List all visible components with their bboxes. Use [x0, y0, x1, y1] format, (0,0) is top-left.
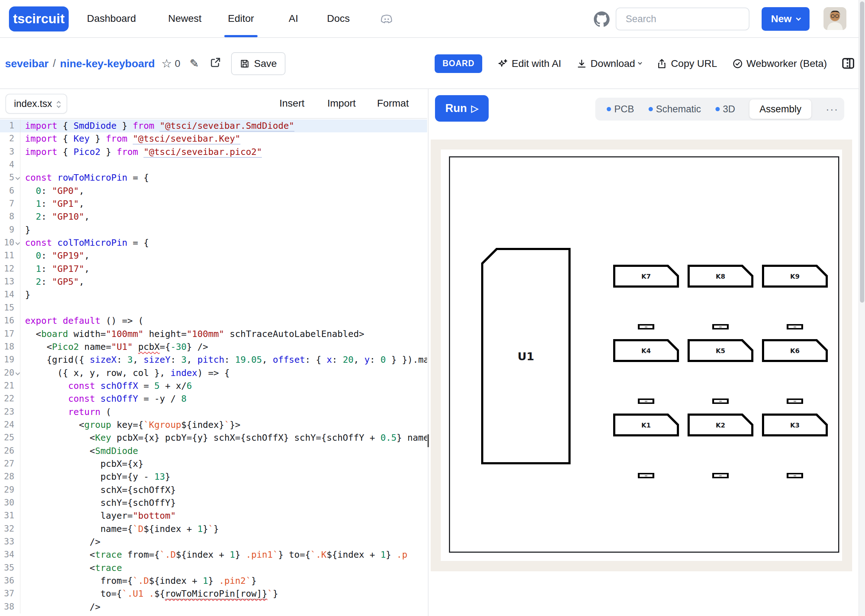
code-line[interactable]: 6 0: "GP0", — [0, 185, 427, 198]
webworker-toggle[interactable]: Webworker (Beta) — [732, 58, 827, 69]
user-avatar[interactable] — [824, 7, 846, 30]
code-line[interactable]: 10const colToMicroPin = { — [0, 236, 427, 249]
code-line[interactable]: 25 <Key pcbX={x} pcbY={y} schX={schOffX}… — [0, 431, 427, 444]
panel-resize-handle[interactable] — [427, 434, 429, 447]
search-input[interactable]: Search — [615, 8, 749, 30]
code-line[interactable]: 17 <board width="100mm" height="100mm" s… — [0, 328, 427, 341]
code-line[interactable]: 36 from={`.D${index + 1} .pin2`} — [0, 575, 427, 588]
code-line[interactable]: 14} — [0, 288, 427, 301]
diode[interactable] — [787, 473, 803, 478]
code-line[interactable]: 23 return ( — [0, 405, 427, 418]
code-line[interactable]: 30 schY={schOffY} — [0, 497, 427, 509]
edit-with-ai-button[interactable]: Edit with AI — [497, 58, 561, 69]
code-line[interactable]: 15 — [0, 302, 427, 314]
code-line[interactable]: 1import { SmdDiode } from "@tsci/seveiba… — [0, 119, 427, 132]
code-line[interactable]: 27 pcbX={x} — [0, 457, 427, 470]
code-line[interactable]: 5const rowToMicroPin = { — [0, 171, 427, 184]
github-icon[interactable] — [594, 11, 609, 27]
code-line[interactable]: 4 — [0, 159, 427, 171]
code-line[interactable]: 20 ({ x, y, row, col }, index) => { — [0, 367, 427, 380]
key-k5[interactable]: K5 — [688, 339, 754, 362]
code-line[interactable]: 2import { Key } from "@tsci/seveibar.Key… — [0, 132, 427, 145]
scrollbar-thumb[interactable] — [860, 2, 864, 303]
board-badge[interactable]: BOARD — [435, 54, 482, 73]
diode[interactable] — [787, 399, 803, 404]
key-k7[interactable]: K7 — [613, 265, 679, 288]
key-k4[interactable]: K4 — [613, 339, 679, 362]
diode[interactable] — [712, 473, 729, 478]
copy-url-button[interactable]: Copy URL — [656, 58, 717, 69]
fold-chevron-icon[interactable] — [16, 371, 20, 375]
editor-menu-import[interactable]: Import — [327, 97, 356, 109]
key-k2[interactable]: K2 — [688, 413, 754, 437]
run-button[interactable]: Run ▷ — [435, 95, 489, 122]
key-k6[interactable]: K6 — [762, 339, 828, 362]
discord-icon[interactable] — [379, 11, 394, 27]
editor-menu-insert[interactable]: Insert — [279, 97, 305, 109]
code-line[interactable]: 12 1: "GP17", — [0, 262, 427, 275]
key-k3[interactable]: K3 — [762, 413, 828, 437]
code-line[interactable]: 24 <group key={`Kgroup${index}`}> — [0, 418, 427, 431]
tab-3d[interactable]: 3D — [716, 104, 736, 115]
code-line[interactable]: 18 <Pico2 name="U1" pcbX={-30} /> — [0, 341, 427, 354]
key-k9[interactable]: K9 — [762, 265, 828, 288]
code-editing-area[interactable]: 1import { SmdDiode } from "@tsci/seveiba… — [0, 119, 427, 616]
tab-schematic[interactable]: Schematic — [648, 104, 701, 115]
assembly-canvas[interactable]: U1 K7K8K9K4K5K6K1K2K3 — [431, 140, 852, 571]
key-k8[interactable]: K8 — [688, 265, 754, 288]
diode[interactable] — [712, 324, 729, 330]
editor-menu-format[interactable]: Format — [377, 97, 409, 109]
code-line[interactable]: 8 2: "GP10", — [0, 211, 427, 223]
fold-chevron-icon[interactable] — [16, 240, 20, 245]
breadcrumb-project[interactable]: nine-key-keyboard — [60, 58, 155, 70]
tscircuit-logo[interactable]: tscircuit — [9, 6, 69, 31]
code-line[interactable]: 32 name={`D${index + 1}`} — [0, 523, 427, 536]
diode[interactable] — [787, 324, 803, 330]
file-selector[interactable]: index.tsx — [5, 94, 67, 114]
star-icon[interactable]: ☆ — [161, 57, 172, 71]
tab-pcb[interactable]: PCB — [607, 104, 634, 115]
breadcrumb-owner[interactable]: seveibar — [5, 58, 49, 70]
nav-item-ai[interactable]: AI — [289, 13, 298, 24]
code-line[interactable]: 28 pcbY={y - 13} — [0, 470, 427, 483]
save-button[interactable]: Save — [231, 52, 286, 75]
panel-layout-button[interactable] — [841, 56, 856, 72]
code-line[interactable]: 7 1: "GP1", — [0, 198, 427, 211]
open-external-icon[interactable] — [209, 57, 221, 71]
code-line[interactable]: 37 to={`.U1 .${rowToMicroPin[row]}`} — [0, 588, 427, 600]
code-line[interactable]: 29 schX={schOffX} — [0, 484, 427, 497]
code-line[interactable]: 16export default () => ( — [0, 314, 427, 327]
code-line[interactable]: 35 <trace — [0, 562, 427, 575]
code-line[interactable]: 31 layer="bottom" — [0, 509, 427, 522]
diode[interactable] — [638, 399, 654, 404]
code-line[interactable]: 11 0: "GP19", — [0, 249, 427, 262]
download-icon — [576, 58, 587, 69]
nav-item-dashboard[interactable]: Dashboard — [87, 13, 136, 24]
code-line[interactable]: 3import { Pico2 } from "@tsci/seveibar.p… — [0, 146, 427, 159]
fold-chevron-icon[interactable] — [16, 176, 20, 180]
code-line[interactable]: 34 <trace from={`.D${index + 1} .pin1`} … — [0, 548, 427, 561]
nav-item-docs[interactable]: Docs — [327, 13, 350, 24]
diode[interactable] — [638, 473, 654, 478]
chip-u1[interactable]: U1 — [481, 248, 571, 464]
file-selector-value: index.tsx — [14, 98, 52, 110]
code-line[interactable]: 22 const schOffY = -y / 8 — [0, 393, 427, 405]
code-line[interactable]: 21 const schOffX = 5 + x/6 — [0, 380, 427, 393]
download-button[interactable]: Download — [576, 58, 642, 69]
code-line[interactable]: 33 /> — [0, 536, 427, 548]
diode[interactable] — [712, 399, 729, 404]
tab-assembly[interactable]: Assembly — [749, 99, 811, 119]
code-line[interactable]: 13 2: "GP5", — [0, 275, 427, 288]
nav-item-newest[interactable]: Newest — [168, 13, 201, 24]
nav-item-editor[interactable]: Editor — [228, 13, 254, 24]
edit-pencil-icon[interactable]: ✎ — [190, 57, 199, 70]
code-line[interactable]: 26 <SmdDiode — [0, 445, 427, 457]
tabs-more-button[interactable]: ··· — [826, 103, 838, 115]
new-button[interactable]: New — [761, 7, 810, 31]
key-k1[interactable]: K1 — [613, 413, 679, 437]
page-scrollbar[interactable] — [859, 0, 865, 616]
code-line[interactable]: 9} — [0, 223, 427, 236]
diode[interactable] — [638, 324, 654, 330]
code-line[interactable]: 19 {grid({ sizeX: 3, sizeY: 3, pitch: 19… — [0, 354, 427, 366]
code-line[interactable]: 38 /> — [0, 600, 427, 613]
